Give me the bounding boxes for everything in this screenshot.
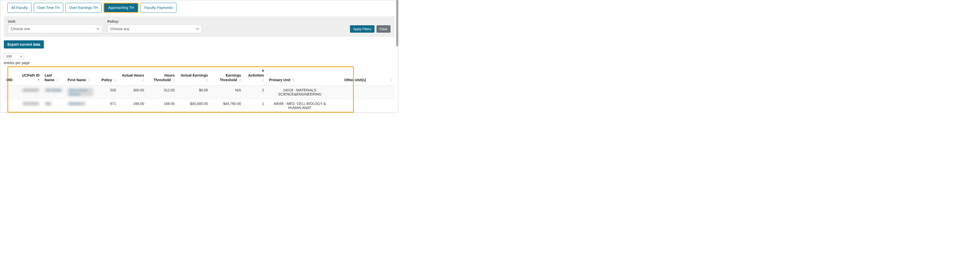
cell-policy: 671	[95, 99, 119, 112]
redacted-text: XXXXXX	[22, 88, 40, 92]
page-size-select[interactable]: 100	[4, 53, 24, 60]
main-content: All Faculty Over Time TH Over Earnings T…	[0, 0, 398, 112]
table-header: UID UCPath ID Last Name First N	[4, 66, 395, 85]
cell-hours: 300.00	[119, 85, 147, 99]
col-header-label: Earnings Threshold	[220, 73, 241, 82]
cell-primary-unit: 24018 - MATERIALS SCIENCE&ENGINEERING	[267, 85, 333, 99]
redacted-link: Xxxx Xxxxx Xxxxxx	[68, 88, 93, 96]
cell-earnings: $0.00	[177, 85, 210, 99]
col-header-last-name[interactable]: Last Name	[42, 66, 65, 85]
col-header-label: UCPath ID	[22, 73, 40, 77]
policy-select[interactable]: Choose any	[107, 24, 202, 33]
cell-last-name[interactable]: Xx Xxxxx	[42, 85, 65, 99]
cell-activities: 1	[243, 99, 267, 112]
cell-primary-unit: 49046 - MED: CELL BIOLOGY & HUMAN ANAT	[267, 99, 333, 112]
col-header-hours-threshold[interactable]: Hours Threshold	[147, 66, 177, 85]
col-header-uid[interactable]: UID	[4, 66, 19, 85]
chevron-down-icon	[96, 28, 99, 30]
col-header-policy[interactable]: Policy	[95, 66, 119, 85]
sort-icon	[262, 79, 264, 82]
sort-icon	[56, 79, 59, 82]
col-header-earnings-threshold[interactable]: Earnings Threshold	[210, 66, 243, 85]
tab-all-faculty[interactable]: All Faculty	[7, 3, 32, 13]
col-header-label: Primary Unit	[269, 78, 290, 82]
cell-uid	[4, 99, 19, 112]
tab-approaching-th[interactable]: Approaching TH	[104, 3, 138, 12]
cell-activities: 2	[243, 85, 267, 99]
tab-faculty-payments[interactable]: Faculty Payments	[140, 3, 177, 13]
page-size-value: 100	[6, 54, 12, 58]
cell-earnings: $40,000.00	[177, 99, 210, 112]
col-header-label: Last Name	[45, 73, 54, 82]
col-header-label: Hours Threshold	[153, 73, 175, 82]
col-header-actual-earnings[interactable]: Actual Earnings	[177, 66, 210, 85]
unit-select-value: Choose one	[11, 27, 30, 31]
unit-label: Unit:	[8, 19, 102, 24]
sort-icon	[206, 79, 208, 82]
app-window: All Faculty Over Time TH Over Earnings T…	[0, 0, 398, 113]
col-header-activities[interactable]: # Activities	[243, 66, 267, 85]
sort-icon	[239, 79, 241, 82]
sort-asc-icon	[38, 79, 40, 82]
table-area: UID UCPath ID Last Name First N	[4, 66, 395, 113]
sort-icon	[88, 79, 90, 82]
table-row[interactable]: XXXXXX Xx Xxxxx Xxxx Xxxxx Xxxxxx 025 30…	[4, 85, 395, 99]
policy-label: Policy:	[107, 19, 202, 24]
redacted-link: Xx	[45, 102, 52, 106]
cell-last-name[interactable]: Xx	[42, 99, 65, 112]
cell-first-name[interactable]: Xxxxxx X	[65, 99, 95, 112]
col-header-label: Policy	[102, 78, 112, 82]
col-header-label: Actual Hours	[122, 73, 144, 77]
tab-highlight-approaching: Approaching TH	[103, 3, 138, 13]
unit-select[interactable]: Choose one	[8, 24, 102, 33]
col-header-other-units[interactable]: Other Unit(s)	[333, 66, 369, 85]
filter-group-unit: Unit: Choose one	[8, 19, 102, 33]
filter-group-policy: Policy: Choose any	[107, 19, 202, 33]
sort-icon	[142, 79, 144, 82]
policy-select-value: Choose any	[110, 27, 129, 31]
apply-filters-button[interactable]: Apply Filters	[350, 25, 374, 33]
cell-earnings-th: $44,760.00	[210, 99, 243, 112]
filter-bar: Unit: Choose one Policy: Choose any	[4, 16, 395, 37]
chevron-down-icon	[20, 55, 22, 57]
cell-other-units	[333, 99, 369, 112]
cell-other-units	[333, 85, 369, 99]
tabs-row: All Faculty Over Time TH Over Earnings T…	[4, 3, 395, 13]
col-header-label: # Activities	[248, 69, 264, 77]
clear-filters-button[interactable]: Clear	[377, 25, 391, 33]
sort-icon	[292, 79, 294, 82]
entries-per-page-label: entries per page	[4, 61, 395, 65]
col-header-label: Actual Earnings	[181, 73, 208, 77]
cell-hours-th: 312.00	[147, 85, 177, 99]
vertical-scrollbar[interactable]	[396, 0, 398, 46]
export-current-data-button[interactable]: Export current data	[4, 40, 44, 48]
sort-icon	[390, 79, 392, 82]
col-header-label: First Name	[68, 78, 86, 82]
col-header-primary-unit[interactable]: Primary Unit	[267, 66, 333, 85]
col-header-first-name[interactable]: First Name	[65, 66, 95, 85]
table-row[interactable]: XXXXXX Xx Xxxxxx X 671 168.00 168.00 $40…	[4, 99, 395, 112]
redacted-link: Xxxxxx X	[68, 102, 86, 106]
col-header-blank[interactable]	[369, 66, 395, 85]
sort-icon	[114, 79, 116, 82]
redacted-text: XXXXXX	[22, 102, 40, 106]
cell-earnings-th: N/A	[210, 85, 243, 99]
cell-first-name[interactable]: Xxxx Xxxxx Xxxxxx	[65, 85, 95, 99]
cell-uid	[4, 85, 19, 99]
sort-icon	[173, 79, 175, 82]
col-header-ucpath-id[interactable]: UCPath ID	[19, 66, 42, 85]
col-header-actual-hours[interactable]: Actual Hours	[119, 66, 147, 85]
cell-blank	[369, 99, 395, 112]
data-table: UID UCPath ID Last Name First N	[4, 66, 395, 113]
redacted-link: Xx Xxxxx	[45, 88, 62, 92]
page-size-row: 100	[4, 53, 395, 60]
tab-over-time-th[interactable]: Over Time TH	[34, 3, 64, 13]
table-body: XXXXXX Xx Xxxxx Xxxx Xxxxx Xxxxxx 025 30…	[4, 85, 395, 112]
cell-ucpath: XXXXXX	[19, 99, 42, 112]
cell-hours-th: 168.00	[147, 99, 177, 112]
filter-actions: Apply Filters Clear	[350, 25, 391, 33]
col-header-label: UID	[6, 78, 13, 82]
cell-hours: 168.00	[119, 99, 147, 112]
cell-blank	[369, 85, 395, 99]
tab-over-earnings-th[interactable]: Over Earnings TH	[65, 3, 102, 13]
